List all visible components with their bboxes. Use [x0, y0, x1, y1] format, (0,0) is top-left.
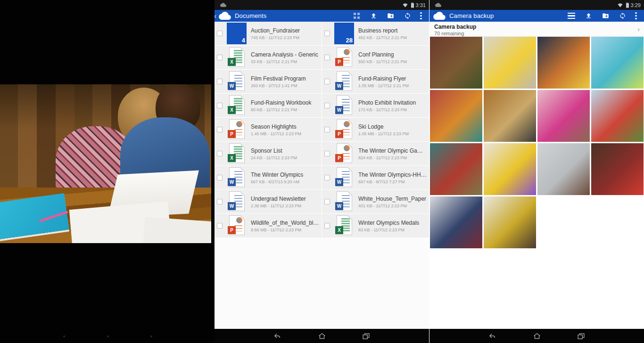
file-row[interactable]: P Ski Lodge 1.05 MB - 11/7/12 2:23 PM: [322, 118, 429, 141]
app-letter-badge: X: [228, 58, 236, 66]
document-icon: W: [337, 71, 352, 91]
file-checkbox[interactable]: [324, 127, 330, 132]
photo-thumbnail[interactable]: [591, 37, 644, 89]
file-type-icon: X: [227, 143, 247, 164]
new-folder-button[interactable]: [382, 10, 399, 22]
sync-button[interactable]: [399, 10, 416, 22]
back-nav-button[interactable]: [486, 330, 500, 342]
folder-title: Camera backup: [434, 24, 639, 30]
file-row[interactable]: 28 Business report 452 KB - 11/7/12 2:21…: [322, 22, 429, 45]
file-row[interactable]: X Winter Olympics Medals 83 KB - 11/7/12…: [322, 214, 429, 237]
file-checkbox[interactable]: [324, 223, 330, 229]
file-type-icon: P: [334, 47, 354, 68]
folder-item-count: 4: [242, 37, 245, 44]
file-size-date: 2.38 MB - 11/7/12 2:23 PM: [251, 204, 306, 208]
app-letter-badge: X: [228, 106, 236, 114]
file-checkbox[interactable]: [217, 151, 223, 156]
file-checkbox[interactable]: [217, 175, 223, 180]
upload-button[interactable]: [365, 10, 382, 22]
home-nav-button[interactable]: [530, 330, 544, 342]
file-checkbox[interactable]: [217, 55, 223, 60]
photo-thumbnail[interactable]: [484, 37, 536, 89]
recents-nav-button[interactable]: [574, 330, 588, 342]
file-checkbox[interactable]: [217, 127, 223, 132]
file-name: Fund-Raising Workbook: [251, 99, 312, 106]
file-row[interactable]: W Photo Exhibit Invitation 172 KB - 11/7…: [322, 94, 429, 117]
overflow-menu-button[interactable]: [631, 10, 641, 22]
file-type-icon: W: [227, 71, 247, 92]
app-letter-badge: P: [228, 130, 236, 138]
file-size-date: 83 KB - 11/7/12 2:23 PM: [358, 228, 419, 232]
upload-button[interactable]: [580, 10, 597, 22]
file-row[interactable]: W Undergrad Newsletter 2.38 MB - 11/7/12…: [215, 190, 322, 213]
file-row[interactable]: P Wildlife_of_the_World_blank2 8.66 MB -…: [215, 214, 322, 237]
photo-thumbnail[interactable]: [430, 143, 482, 195]
onedrive-logo-icon[interactable]: [433, 12, 446, 20]
home-nav-button[interactable]: [315, 330, 329, 342]
file-row[interactable]: W Fund-Raising Flyer 1.05 MB - 11/7/12 2…: [322, 70, 429, 93]
document-icon: P: [337, 143, 352, 163]
page-title: Camera backup: [449, 12, 494, 19]
file-checkbox[interactable]: [324, 175, 330, 180]
photo-thumbnail[interactable]: [537, 143, 590, 195]
photo-thumbnail[interactable]: [430, 37, 482, 89]
new-folder-button[interactable]: [597, 10, 614, 22]
photo-thumbnail[interactable]: [430, 196, 482, 248]
file-checkbox[interactable]: [324, 199, 330, 204]
file-size-date: 1.45 MB - 11/7/12 2:23 PM: [251, 131, 301, 136]
file-checkbox[interactable]: [324, 151, 330, 156]
file-checkbox[interactable]: [324, 31, 330, 36]
file-row[interactable]: X Fund-Raising Workbook 80 KB - 11/7/12 …: [215, 94, 322, 117]
file-row[interactable]: P The Winter Olympic Games 824 KB - 11/7…: [322, 142, 429, 165]
photo-thumbnail[interactable]: [537, 90, 590, 142]
photo-thumbnail[interactable]: [430, 90, 482, 142]
file-name: Season Highlights: [251, 123, 301, 130]
file-row[interactable]: 4 Auction_Fundraiser 745 KB - 11/7/12 2:…: [215, 22, 322, 45]
clock: 3:31: [416, 2, 426, 8]
file-type-icon: 28: [334, 23, 354, 44]
camera-backup-folder-row[interactable]: Camera backup 70 remaining ›: [429, 22, 644, 37]
file-checkbox[interactable]: [324, 103, 330, 108]
file-type-icon: W: [227, 191, 247, 212]
recents-nav-button[interactable]: [359, 330, 373, 342]
file-name: Sponsor List: [251, 147, 297, 154]
onedrive-logo-icon[interactable]: [219, 12, 231, 20]
list-view-button[interactable]: [563, 10, 580, 22]
photo-thumbnail[interactable]: [484, 90, 536, 142]
file-row[interactable]: X Sponsor List 24 KB - 11/7/12 2:23 PM: [215, 142, 322, 165]
file-row[interactable]: W The Winter Olympics-HHOFFMA... 667 KB …: [322, 166, 429, 189]
file-checkbox[interactable]: [217, 103, 223, 108]
back-chevron-icon[interactable]: ‹: [215, 10, 217, 22]
photo-thumbnail[interactable]: [537, 37, 590, 89]
file-type-icon: W: [334, 95, 354, 116]
file-checkbox[interactable]: [324, 55, 330, 60]
documents-action-bar: ‹ Documents: [215, 10, 429, 22]
file-row[interactable]: X Camera Analysis - Generic 33 KB - 11/7…: [215, 46, 322, 69]
camera-backup-screen: 3:29 Camera backup Camera backup: [429, 0, 644, 343]
app-letter-badge: W: [335, 178, 343, 186]
file-checkbox[interactable]: [217, 199, 223, 204]
overflow-menu-button[interactable]: [416, 10, 426, 22]
file-row[interactable]: W The Winter Olympics 667 KB - 6/27/13 9…: [215, 166, 322, 189]
file-row[interactable]: P Season Highlights 1.45 MB - 11/7/12 2:…: [215, 118, 322, 141]
file-checkbox[interactable]: [217, 31, 223, 36]
file-row[interactable]: W White_House_Term_Paper 401 KB - 11/7/1…: [322, 190, 429, 213]
document-icon: P: [337, 119, 352, 139]
camera-action-bar: Camera backup: [429, 10, 644, 22]
file-checkbox[interactable]: [217, 223, 223, 229]
sync-button[interactable]: [614, 10, 631, 22]
back-nav-button[interactable]: [271, 330, 285, 342]
file-name: The Winter Olympic Games: [358, 147, 427, 154]
photo-thumbnail[interactable]: [484, 143, 536, 195]
file-row[interactable]: P Conf Planning 550 KB - 11/7/12 2:21 PM: [322, 46, 429, 69]
file-row[interactable]: W Film Festival Program 293 KB - 2/7/13 …: [215, 70, 322, 93]
battery-icon: [410, 2, 414, 8]
photo-thumbnail[interactable]: [484, 196, 536, 248]
file-checkbox[interactable]: [324, 79, 330, 84]
photo-thumbnail[interactable]: [591, 143, 644, 195]
file-checkbox[interactable]: [217, 79, 223, 84]
file-name: The Winter Olympics: [251, 172, 303, 178]
file-size-date: 745 KB - 11/7/12 2:23 PM: [251, 35, 300, 40]
grid-view-button[interactable]: [348, 10, 365, 22]
photo-thumbnail[interactable]: [591, 90, 644, 142]
